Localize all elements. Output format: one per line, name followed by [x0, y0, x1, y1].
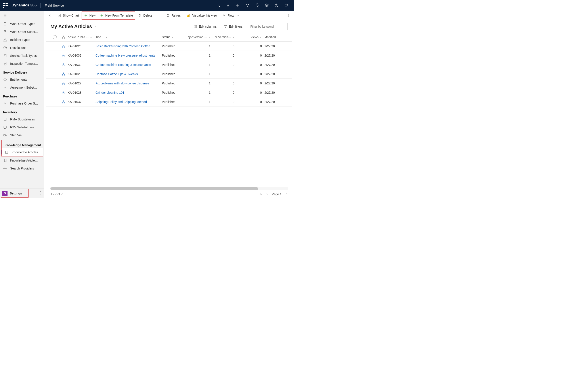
svg-line-1 [219, 6, 220, 7]
nav-item[interactable]: RMA Substatuses [0, 115, 44, 123]
table-row[interactable]: KA-01030Coffee machine cleaning & mainte… [46, 60, 292, 70]
column-header-minor[interactable]: Minor Version…⌄ [215, 35, 238, 39]
area-switcher[interactable]: S Settings [0, 188, 44, 198]
keyword-filter-input[interactable] [248, 23, 288, 30]
hierarchy-icon[interactable] [59, 63, 68, 66]
nav-item[interactable]: Service Task Types [0, 52, 44, 60]
article-link[interactable]: Basic Backflushing with Contoso Coffee [96, 44, 150, 48]
prev-page-button[interactable] [266, 192, 269, 196]
article-link[interactable]: Fix problems with slow coffee dispense [96, 82, 149, 85]
cell-status: Published [162, 44, 188, 48]
svg-rect-66 [64, 74, 65, 75]
nav-collapse-button[interactable] [0, 10, 44, 20]
hierarchy-icon[interactable] [59, 82, 68, 85]
cell-public-number: KA-01027 [68, 82, 96, 85]
column-header-title[interactable]: Title↑⌄ [96, 35, 162, 39]
edit-columns-button[interactable]: Edit columns [192, 24, 218, 30]
svg-rect-20 [4, 54, 7, 57]
view-selector[interactable]: My Active Articles [51, 24, 97, 30]
table-row[interactable]: KA-01037Shipping Policy and Shipping Met… [46, 97, 292, 106]
filter-icon[interactable] [243, 0, 252, 10]
table-row[interactable]: KA-01032Coffee machine brew pressure adj… [46, 51, 292, 60]
edit-filters-button[interactable]: Edit filters [222, 24, 244, 30]
svg-rect-75 [64, 102, 65, 103]
table-row[interactable]: KA-01028Grinder cleaning 101Published100… [46, 88, 292, 97]
delete-split-button[interactable] [157, 12, 164, 20]
hierarchy-icon[interactable] [59, 91, 68, 94]
app-launcher-icon[interactable] [3, 3, 8, 8]
flow-label: Flow [228, 14, 234, 17]
nav-item[interactable]: Search Providers [0, 164, 44, 172]
table-row[interactable]: KA-01023Contoso Coffee Tips & TweaksPubl… [46, 70, 292, 79]
delete-button[interactable]: Delete [136, 12, 154, 20]
svg-rect-54 [64, 38, 65, 38]
new-button[interactable]: New [82, 12, 98, 20]
assistant-icon[interactable] [281, 0, 291, 10]
nav-item-label: RTV Substatuses [10, 126, 34, 129]
settings-icon[interactable] [262, 0, 272, 10]
add-icon[interactable] [233, 0, 243, 10]
refresh-button[interactable]: Refresh [164, 12, 185, 20]
table-row[interactable]: KA-01026Basic Backflushing with Contoso … [46, 42, 292, 51]
nav-item[interactable]: Agreement Subst… [0, 84, 44, 92]
svg-rect-61 [63, 64, 64, 64]
hierarchy-column-header[interactable] [59, 35, 68, 39]
search-icon[interactable] [213, 0, 223, 10]
back-button[interactable] [46, 12, 54, 20]
notifications-icon[interactable] [252, 0, 262, 10]
svg-rect-71 [62, 93, 63, 94]
article-link[interactable]: Grinder cleaning 101 [96, 91, 124, 94]
help-icon[interactable] [272, 0, 281, 10]
table-row[interactable]: KA-01027Fix problems with slow coffee di… [46, 79, 292, 88]
new-from-template-button[interactable]: New From Template [98, 12, 135, 20]
column-header-major[interactable]: Major Version …⌄ [188, 35, 215, 39]
article-link[interactable]: Contoso Coffee Tips & Tweaks [96, 72, 138, 76]
cell-status: Published [162, 72, 188, 76]
powerbi-icon [187, 14, 191, 17]
cell-title: Contoso Coffee Tips & Tweaks [96, 72, 162, 76]
show-chart-button[interactable]: Show Chart [55, 12, 81, 20]
global-header: Dynamics 365 Field Service [0, 0, 294, 10]
nav-item[interactable]: Entitlements [0, 76, 44, 84]
visualize-button[interactable]: Visualize this view [185, 12, 220, 20]
nav-item-label: RMA Substatuses [10, 118, 35, 121]
nav-item[interactable]: RTV Substatuses [0, 123, 44, 131]
column-header-status[interactable]: Status⌄ [162, 35, 188, 39]
nav-item[interactable]: Work Order Types [0, 20, 44, 28]
hierarchy-icon[interactable] [59, 72, 68, 76]
svg-point-0 [217, 4, 219, 6]
nav-item[interactable]: Incident Types [0, 36, 44, 44]
hierarchy-icon[interactable] [59, 44, 68, 48]
nav-item[interactable]: Ship Via [0, 131, 44, 139]
nav-item[interactable]: Knowledge Article… [0, 156, 44, 164]
flow-button[interactable]: Flow [220, 12, 242, 20]
cell-views: 0 [238, 72, 264, 76]
column-header-public[interactable]: Article Public …⌄ [68, 35, 96, 39]
cell-modified: 2/27/20 [264, 63, 280, 66]
nav-item[interactable]: Inspection Templa… [0, 60, 44, 68]
article-link[interactable]: Shipping Policy and Shipping Method [96, 100, 147, 104]
horizontal-scrollbar[interactable] [51, 188, 288, 190]
hierarchy-icon[interactable] [59, 54, 68, 57]
idea-icon[interactable] [223, 0, 233, 10]
article-link[interactable]: Coffee machine brew pressure adjustments [96, 54, 155, 57]
svg-rect-62 [62, 65, 63, 66]
first-page-button[interactable] [259, 192, 262, 196]
svg-rect-57 [64, 46, 65, 47]
article-link[interactable]: Coffee machine cleaning & maintenance [96, 63, 151, 66]
hierarchy-icon[interactable] [59, 100, 68, 104]
refresh-label: Refresh [172, 14, 182, 17]
select-all-checkbox[interactable] [51, 35, 59, 39]
warning-icon [3, 38, 7, 42]
cell-public-number: KA-01032 [68, 54, 96, 57]
cell-title: Coffee machine brew pressure adjustments [96, 54, 162, 57]
more-commands-button[interactable] [284, 12, 292, 20]
column-header-views[interactable]: Views⌄ [238, 35, 264, 39]
nav-item[interactable]: Work Order Subst… [0, 28, 44, 36]
next-page-button[interactable] [285, 192, 288, 196]
page-label: Page 1 [272, 192, 281, 196]
nav-item[interactable]: Resolutions [0, 44, 44, 52]
nav-item[interactable]: Knowledge Articles [2, 148, 43, 156]
column-header-modified[interactable]: Modified [264, 35, 280, 39]
nav-item[interactable]: Purchase Order S… [0, 100, 44, 108]
